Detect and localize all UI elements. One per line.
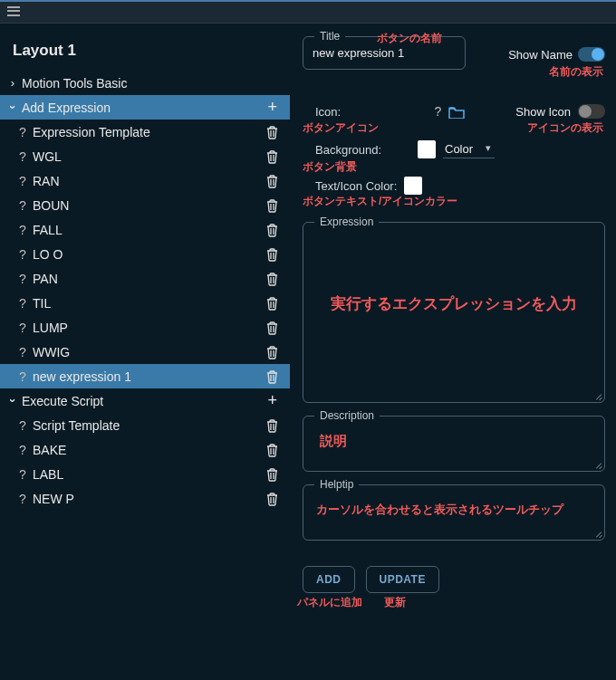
resize-handle[interactable] — [593, 529, 602, 538]
tree-item[interactable]: ?LABL — [0, 462, 290, 486]
details-panel: Title ボタンの名前 Show Name 名前の表示 Icon: ? Sho… — [290, 24, 616, 680]
item-icon: ? — [13, 223, 33, 237]
annotation-show-name: 名前の表示 — [549, 64, 603, 80]
annotation-expression: 実行するエクスプレッションを入力 — [313, 293, 595, 314]
helptip-label: Helptip — [314, 478, 359, 491]
item-icon: ? — [13, 418, 33, 433]
tree-item[interactable]: ?LUMP — [0, 315, 290, 340]
trash-icon[interactable] — [263, 320, 281, 335]
item-icon: ? — [13, 467, 33, 482]
tree-item[interactable]: ?BOUN — [0, 193, 290, 217]
trash-icon[interactable] — [263, 148, 281, 164]
tree-section-add-expression[interactable]: › Add Expression + — [0, 95, 290, 120]
top-bar — [0, 0, 616, 24]
layout-title: Layout 1 — [0, 36, 290, 71]
resize-handle[interactable] — [593, 460, 602, 469]
icon-label: Icon: — [303, 105, 357, 119]
annotation-helptip: カーソルを合わせると表示されるツールチップ — [313, 502, 595, 518]
chevron-right-icon: › — [4, 76, 22, 90]
section-label: Execute Script — [22, 394, 264, 408]
tree-item[interactable]: ?TIL — [0, 291, 290, 315]
title-input[interactable] — [313, 46, 456, 60]
item-label: NEW P — [33, 492, 263, 506]
update-button[interactable]: UPDATE — [366, 566, 439, 593]
item-label: PAN — [33, 272, 263, 286]
tree-item[interactable]: ?FALL — [0, 217, 290, 242]
item-label: WWIG — [33, 345, 263, 359]
item-label: LUMP — [33, 321, 263, 335]
item-label: BOUN — [33, 198, 263, 213]
chevron-down-icon: › — [6, 99, 20, 117]
annotation-description: 説明 — [313, 433, 595, 450]
item-icon: ? — [13, 369, 33, 384]
item-label: WGL — [33, 149, 263, 164]
tree-item[interactable]: ?PAN — [0, 266, 290, 291]
helptip-field[interactable]: Helptip カーソルを合わせると表示されるツールチップ — [303, 484, 605, 541]
trash-icon[interactable] — [263, 369, 281, 384]
folder-icon[interactable] — [448, 104, 465, 119]
tree-item[interactable]: ?WGL — [0, 144, 290, 168]
show-icon-toggle[interactable] — [578, 104, 605, 119]
expression-field[interactable]: Expression 実行するエクスプレッションを入力 — [303, 222, 605, 403]
show-icon-label: Show Icon — [515, 105, 571, 119]
tree-section-execute-script[interactable]: › Execute Script + — [0, 388, 290, 413]
resize-handle[interactable] — [593, 391, 602, 400]
description-label: Description — [314, 409, 380, 422]
add-button[interactable]: ADD — [303, 566, 355, 593]
trash-icon[interactable] — [263, 442, 281, 457]
trash-icon[interactable] — [263, 344, 281, 359]
show-name-toggle[interactable] — [578, 47, 605, 62]
add-icon[interactable]: + — [264, 98, 281, 117]
trash-icon[interactable] — [263, 295, 281, 311]
item-label: FALL — [33, 223, 263, 237]
item-icon: ? — [13, 321, 33, 335]
annotation-add: パネルに追加 — [297, 595, 362, 610]
color-mode-select[interactable]: Color — [443, 140, 495, 158]
section-label: Motion Tools Basic — [22, 76, 281, 91]
show-name-label: Show Name — [508, 48, 573, 62]
icon-placeholder: ? — [435, 104, 442, 119]
item-icon: ? — [13, 272, 33, 286]
background-label: Background: — [303, 143, 381, 157]
item-icon: ? — [13, 345, 33, 359]
expression-label: Expression — [314, 215, 379, 228]
texticon-label: Text/Icon Color: — [303, 179, 397, 193]
menu-icon[interactable] — [7, 5, 20, 18]
texticon-swatch[interactable] — [404, 177, 422, 195]
tree-item[interactable]: ?Expression Template — [0, 120, 290, 144]
tree-section-motion-tools[interactable]: › Motion Tools Basic — [0, 71, 290, 95]
description-field[interactable]: Description 説明 — [303, 416, 605, 472]
tree-item[interactable]: ?NEW P — [0, 486, 290, 511]
trash-icon[interactable] — [263, 417, 281, 433]
item-icon: ? — [13, 443, 33, 457]
chevron-down-icon: › — [6, 392, 20, 410]
trash-icon[interactable] — [263, 222, 281, 237]
item-icon: ? — [13, 174, 33, 188]
tree-item[interactable]: ?Script Template — [0, 413, 290, 437]
background-swatch[interactable] — [418, 140, 436, 158]
item-label: new expression 1 — [33, 369, 263, 384]
item-label: Script Template — [33, 418, 263, 433]
item-label: LO O — [33, 247, 263, 262]
trash-icon[interactable] — [263, 197, 281, 213]
annotation-title: ボタンの名前 — [377, 31, 442, 46]
item-label: BAKE — [33, 443, 263, 457]
trash-icon[interactable] — [263, 173, 281, 188]
item-label: Expression Template — [33, 125, 263, 139]
annotation-background: ボタン背景 — [303, 159, 357, 175]
trash-icon[interactable] — [263, 271, 281, 286]
annotation-show-icon: アイコンの表示 — [527, 120, 603, 136]
section-label: Add Expression — [22, 101, 264, 115]
trash-icon[interactable] — [263, 491, 281, 506]
item-icon: ? — [13, 149, 33, 164]
tree-item[interactable]: ?new expression 1 — [0, 364, 290, 388]
item-icon: ? — [13, 125, 33, 139]
tree-item[interactable]: ?WWIG — [0, 340, 290, 364]
trash-icon[interactable] — [263, 246, 281, 262]
tree-item[interactable]: ?BAKE — [0, 437, 290, 462]
trash-icon[interactable] — [263, 124, 281, 139]
tree-item[interactable]: ?LO O — [0, 242, 290, 266]
add-icon[interactable]: + — [264, 391, 281, 410]
trash-icon[interactable] — [263, 466, 281, 482]
tree-item[interactable]: ?RAN — [0, 168, 290, 193]
